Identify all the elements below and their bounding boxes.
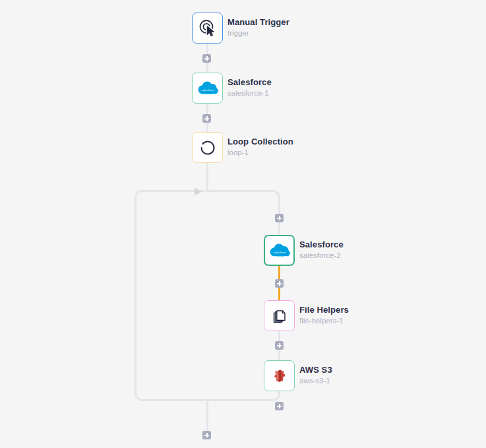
node-salesforce-2[interactable]: salesforce Salesforce salesforce-2 xyxy=(264,235,344,266)
node-manual-trigger[interactable]: Manual Trigger trigger xyxy=(192,13,289,44)
node-label: File Helpers file-helpers-1 xyxy=(299,300,349,325)
node-file-helpers[interactable]: File Helpers file-helpers-1 xyxy=(264,300,349,331)
workflow-canvas: Manual Trigger trigger salesforce Salesf… xyxy=(0,0,486,448)
node-title: File Helpers xyxy=(299,305,349,315)
node-title: AWS S3 xyxy=(299,365,332,375)
plus-icon xyxy=(275,214,284,222)
workflow-connectors xyxy=(0,0,486,448)
plus-icon xyxy=(275,341,284,350)
node-box[interactable]: salesforce xyxy=(192,73,223,104)
node-salesforce-1[interactable]: salesforce Salesforce salesforce-1 xyxy=(192,73,272,104)
node-title: Loop Collection xyxy=(228,137,293,146)
node-subtitle: file-helpers-1 xyxy=(299,317,349,325)
salesforce-icon: salesforce xyxy=(195,79,220,98)
svg-text:salesforce: salesforce xyxy=(201,88,214,92)
node-title: Manual Trigger xyxy=(228,17,289,27)
node-box[interactable]: salesforce xyxy=(264,235,295,266)
plus-icon xyxy=(275,279,284,288)
node-loop-collection[interactable]: Loop Collection loop-1 xyxy=(192,132,293,163)
node-label: Manual Trigger trigger xyxy=(228,13,289,37)
loop-container-outline xyxy=(136,191,280,400)
node-box[interactable] xyxy=(192,13,223,44)
node-label: Salesforce salesforce-2 xyxy=(299,235,344,259)
manual-trigger-icon xyxy=(198,18,218,38)
node-box[interactable] xyxy=(192,132,223,163)
node-subtitle: aws-s3-1 xyxy=(299,377,332,385)
file-helpers-icon xyxy=(270,306,289,326)
node-subtitle: trigger xyxy=(228,29,289,37)
loop-icon xyxy=(198,138,218,158)
node-subtitle: salesforce-2 xyxy=(299,251,344,259)
node-title: Salesforce xyxy=(299,240,344,249)
add-step-button[interactable] xyxy=(275,214,284,222)
node-aws-s3[interactable]: AWS S3 aws-s3-1 xyxy=(264,360,332,391)
add-step-button[interactable] xyxy=(202,114,211,123)
plus-icon xyxy=(275,402,284,410)
node-label: Salesforce salesforce-1 xyxy=(228,73,272,97)
node-subtitle: loop-1 xyxy=(228,148,293,156)
add-step-button[interactable] xyxy=(202,431,211,439)
add-step-button[interactable] xyxy=(202,54,211,63)
node-label: AWS S3 aws-s3-1 xyxy=(299,360,332,385)
svg-text:salesforce: salesforce xyxy=(273,251,286,254)
add-step-button[interactable] xyxy=(275,402,284,410)
aws-s3-icon xyxy=(270,366,289,386)
node-subtitle: salesforce-1 xyxy=(228,89,272,97)
plus-icon xyxy=(202,431,211,439)
node-box[interactable] xyxy=(264,300,295,331)
node-label: Loop Collection loop-1 xyxy=(228,132,293,156)
add-step-button[interactable] xyxy=(275,279,284,288)
node-box[interactable] xyxy=(264,360,295,391)
node-title: Salesforce xyxy=(228,77,272,87)
plus-icon xyxy=(202,54,211,63)
plus-icon xyxy=(202,114,211,123)
loop-return-arrowhead-icon xyxy=(195,188,202,196)
salesforce-icon: salesforce xyxy=(267,241,292,260)
add-step-button[interactable] xyxy=(275,341,284,350)
